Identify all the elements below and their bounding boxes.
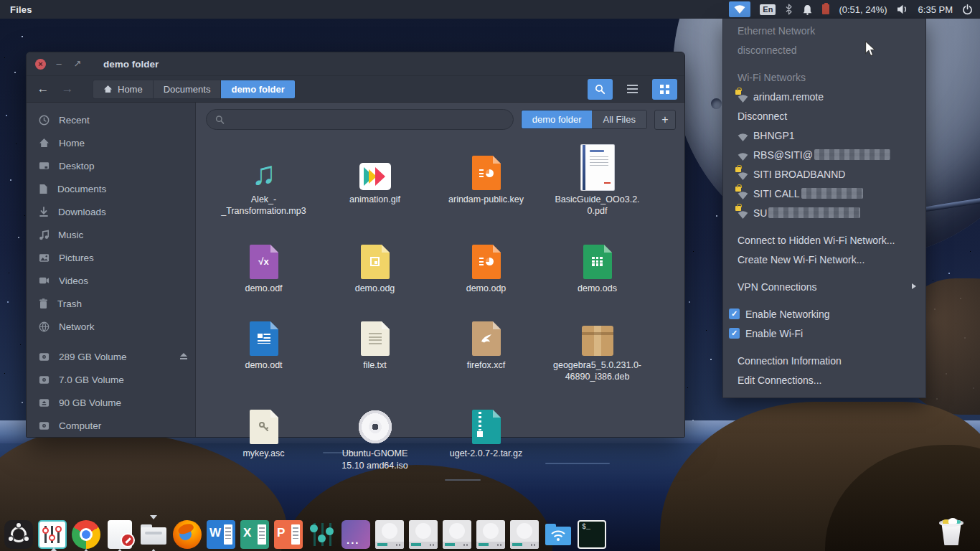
search-scope-toggle: demo folder All Files [521, 110, 647, 129]
file-tile-txt[interactable]: file.txt [320, 309, 430, 383]
grid-view-button[interactable] [652, 79, 677, 100]
drawing-file-icon [361, 245, 390, 279]
dock-ubuntu-launcher[interactable] [4, 520, 33, 549]
wifi-indicator-active[interactable] [729, 1, 750, 17]
sidebar-item-recent[interactable]: Recent [27, 108, 195, 131]
dock-terminal[interactable] [578, 520, 606, 549]
sidebar-item-trash[interactable]: Trash [27, 292, 195, 315]
sidebar-item-289gb-volume[interactable]: 289 GB Volume [27, 345, 195, 368]
menu-item-wifi-siti-call[interactable]: SITI CALL [723, 184, 925, 203]
dock-firefox[interactable] [173, 520, 202, 549]
search-input[interactable] [230, 114, 504, 125]
dock-files[interactable] [139, 520, 168, 549]
menu-item-enable-wifi[interactable]: ✓ Enable Wi-Fi [723, 324, 925, 343]
breadcrumb-current[interactable]: demo folder [221, 80, 294, 98]
menu-item-edit-connections[interactable]: Edit Connections... [723, 370, 925, 390]
gimp-image-file-icon [472, 321, 501, 356]
sidebar-item-documents[interactable]: Documents [27, 177, 195, 200]
sidebar-item-downloads[interactable]: Downloads [27, 200, 195, 223]
menu-item-disconnect[interactable]: Disconnect [723, 106, 925, 126]
back-button[interactable]: ← [34, 82, 52, 96]
file-tile-iso[interactable]: Ubuntu-GNOME 15.10 amd64.iso [320, 397, 430, 471]
close-button[interactable]: × [35, 59, 46, 70]
dock-app-placeholder-1[interactable] [375, 520, 404, 549]
breadcrumb-documents[interactable]: Documents [154, 80, 222, 98]
menu-item-create-new-wifi[interactable]: Create New Wi-Fi Network... [723, 250, 925, 269]
breadcrumb-home[interactable]: Home [93, 80, 154, 98]
add-filter-button[interactable]: + [654, 110, 676, 130]
notifications-bell-icon[interactable] [802, 4, 813, 15]
file-tile-targz[interactable]: uget-2.0.7-2.tar.gz [431, 397, 541, 471]
file-tile-ods[interactable]: demo.ods [542, 232, 652, 294]
file-tile-asc[interactable]: mykey.asc [209, 397, 319, 471]
scope-all-files-button[interactable]: All Files [592, 110, 646, 128]
sidebar-item-home[interactable]: Home [27, 131, 195, 154]
bluetooth-icon[interactable] [785, 4, 793, 15]
search-box[interactable] [206, 109, 514, 130]
menu-item-wifi-rbs-siti[interactable]: RBS@SITI@ [723, 145, 925, 164]
menu-item-wifi-bhngp1[interactable]: BHNGP1 [723, 126, 925, 145]
scope-current-folder-button[interactable]: demo folder [522, 110, 593, 128]
menu-item-enable-networking[interactable]: ✓ Enable Networking [723, 304, 925, 324]
file-tile-deb[interactable]: geogebra5_5.0.231.0-46890_i386.deb [542, 309, 652, 383]
sidebar-item-videos[interactable]: Videos [27, 269, 195, 292]
active-app-name[interactable]: Files [0, 4, 32, 15]
file-tile-odt[interactable]: demo.odt [209, 309, 319, 383]
checkbox-checked[interactable]: ✓ [729, 328, 740, 339]
toolbar-view-controls [588, 79, 677, 100]
keyboard-layout-badge[interactable]: En [760, 4, 776, 15]
music-note-icon [39, 230, 49, 240]
desktop-trash[interactable] [938, 518, 964, 547]
file-tile-odp[interactable]: demo.odp [431, 232, 541, 294]
dock-powerpoint[interactable]: P [274, 520, 303, 549]
file-tile-mp3[interactable]: ♫ Alek_-_Transformation.mp3 [209, 143, 319, 217]
eject-button[interactable] [179, 353, 188, 360]
presentation-file-icon [472, 245, 501, 279]
sidebar-item-music[interactable]: Music [27, 223, 195, 246]
maximize-button[interactable]: ↗ [72, 58, 83, 70]
menu-item-wifi-arindam-remote[interactable]: arindam.remote [723, 87, 925, 106]
dock: W X P [4, 520, 606, 549]
clock[interactable]: 6:35 PM [918, 4, 953, 15]
list-view-button[interactable] [620, 79, 645, 100]
file-tile-odg[interactable]: demo.odg [320, 232, 430, 294]
sidebar-item-90gb-volume[interactable]: 90 GB Volume [27, 391, 195, 414]
minimize-button[interactable]: ‒ [53, 58, 65, 70]
sidebar-item-7gb-volume[interactable]: 7.0 GB Volume [27, 368, 195, 391]
dock-word[interactable]: W [207, 520, 235, 549]
dock-app-placeholder-5[interactable] [510, 520, 539, 549]
sidebar-item-desktop[interactable]: Desktop [27, 154, 195, 177]
sidebar-item-pictures[interactable]: Pictures [27, 246, 195, 269]
dock-app-placeholder-3[interactable] [443, 520, 471, 549]
checkbox-checked[interactable]: ✓ [729, 309, 740, 319]
menu-item-connection-information[interactable]: Connection Information [723, 351, 925, 370]
power-icon[interactable] [962, 4, 973, 15]
dock-chrome[interactable] [72, 520, 100, 549]
file-tile-gif[interactable]: animation.gif [320, 143, 430, 217]
list-view-icon [627, 85, 638, 93]
volume-icon[interactable] [897, 4, 909, 14]
window-titlebar[interactable]: × ‒ ↗ demo folder [27, 52, 684, 76]
file-tile-pdf[interactable]: BasicGuide_OOo3.2.0.pdf [542, 143, 652, 217]
sidebar-item-network[interactable]: Network [27, 315, 195, 338]
dock-document-editor[interactable] [108, 520, 132, 549]
menu-item-wifi-siti-broadbannd[interactable]: SITI BROADBANND [723, 164, 925, 184]
file-tile-key[interactable]: arindam-public.key [431, 143, 541, 217]
search-button[interactable] [588, 79, 613, 100]
dock-audio-settings[interactable] [38, 520, 67, 549]
menu-item-vpn-connections[interactable]: VPN Connections [723, 277, 925, 296]
file-tile-xcf[interactable]: firefox.xcf [431, 309, 541, 383]
forward-button[interactable]: → [58, 82, 77, 96]
lock-icon [735, 167, 741, 172]
dock-media-remote[interactable] [341, 520, 370, 549]
dock-app-placeholder-4[interactable] [476, 520, 505, 549]
dock-excel[interactable]: X [240, 520, 269, 549]
dock-app-placeholder-2[interactable] [409, 520, 438, 549]
menu-item-connect-hidden-wifi[interactable]: Connect to Hidden Wi-Fi Network... [723, 230, 925, 250]
dock-wifi-folder[interactable] [544, 520, 573, 549]
sidebar-item-computer[interactable]: Computer [27, 414, 195, 437]
file-tile-odf[interactable]: √x demo.odf [209, 232, 319, 294]
battery-icon-low[interactable] [822, 4, 829, 14]
dock-tweaks[interactable] [308, 520, 336, 549]
menu-item-wifi-su[interactable]: SU [723, 203, 925, 222]
